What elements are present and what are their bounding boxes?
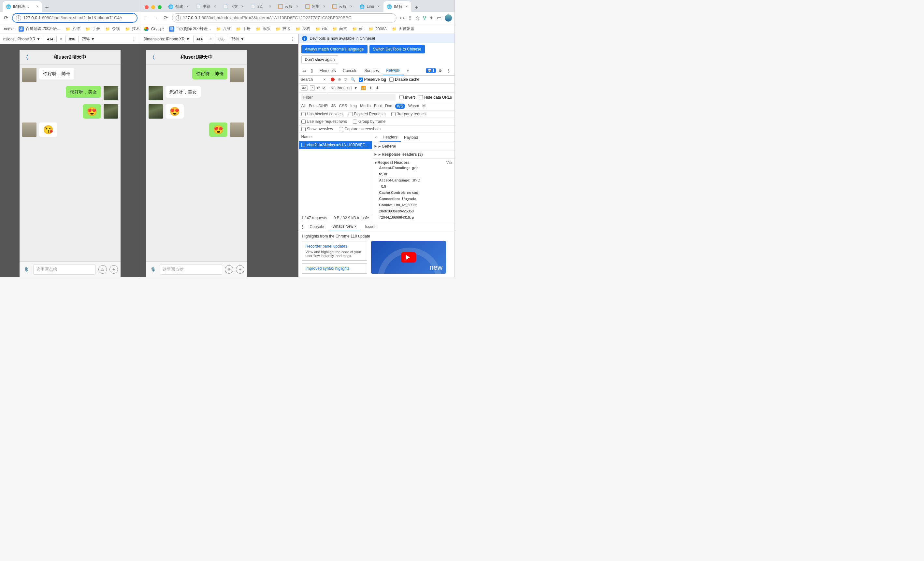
group-by-frame-checkbox[interactable]: Group by frame bbox=[353, 119, 386, 124]
add-icon[interactable]: ＋ bbox=[236, 265, 244, 274]
close-icon[interactable]: × bbox=[241, 4, 243, 9]
video-thumbnail[interactable]: new bbox=[371, 241, 446, 274]
bookmark-folder[interactable]: 技术 bbox=[123, 26, 140, 32]
filter-icon[interactable]: ▽ bbox=[344, 77, 347, 82]
share-icon[interactable]: ⇪ bbox=[408, 15, 412, 21]
vue-devtools-icon[interactable]: V bbox=[423, 15, 426, 21]
browser-tab[interactable]: 创建× bbox=[165, 1, 192, 12]
download-icon[interactable]: ⬇ bbox=[376, 86, 379, 90]
filter-type[interactable]: Img bbox=[350, 104, 357, 109]
more-icon[interactable]: ⋮ bbox=[447, 68, 451, 73]
large-rows-checkbox[interactable]: Use large request rows bbox=[302, 119, 347, 124]
extensions-icon[interactable]: ✦ bbox=[429, 15, 434, 21]
address-bar[interactable]: i 127.0.0.1:8080/chat/index.shtml?id=1&t… bbox=[12, 14, 137, 22]
browser-tab-active[interactable]: IM解× bbox=[384, 1, 411, 12]
switch-language-button[interactable]: Switch DevTools to Chinese bbox=[369, 45, 425, 53]
close-window-icon[interactable] bbox=[145, 5, 148, 9]
filter-type[interactable]: Doc bbox=[385, 104, 392, 109]
zoom-select[interactable]: 75% ▼ bbox=[82, 37, 95, 41]
search-pane[interactable]: Search × bbox=[299, 76, 328, 83]
issues-badge[interactable]: 💬 1 bbox=[426, 68, 436, 73]
filter-type[interactable]: Wasm bbox=[408, 104, 419, 109]
card-title[interactable]: Recorder panel updates bbox=[306, 244, 347, 249]
more-icon[interactable]: ⋮ bbox=[290, 36, 295, 42]
bookmark-folder[interactable]: 杂项 bbox=[103, 26, 122, 32]
view-source-link[interactable]: Vie bbox=[446, 160, 452, 165]
third-party-checkbox[interactable]: 3rd-party request bbox=[391, 112, 426, 116]
close-icon[interactable]: × bbox=[323, 4, 325, 9]
voice-icon[interactable]: 🎙️ bbox=[148, 265, 157, 274]
height-input[interactable] bbox=[215, 36, 228, 42]
play-icon[interactable] bbox=[401, 252, 416, 262]
regex-icon[interactable]: .* bbox=[310, 86, 315, 91]
browser-tab[interactable]: 阿里× bbox=[302, 1, 328, 12]
filter-type-active[interactable]: WS bbox=[395, 104, 405, 109]
list-header[interactable]: Name bbox=[299, 133, 372, 141]
close-icon[interactable]: × bbox=[350, 4, 352, 9]
drawer-tab[interactable]: Issues bbox=[362, 222, 380, 231]
site-info-icon[interactable]: i bbox=[176, 15, 181, 21]
filter-type[interactable]: Media bbox=[360, 104, 371, 109]
message-input[interactable]: 这里写点啥 bbox=[33, 264, 96, 274]
detail-tab-active[interactable]: Headers bbox=[380, 133, 401, 142]
disable-cache-checkbox[interactable]: Disable cache bbox=[389, 77, 419, 82]
bookmark-item[interactable]: 译百度翻译-200种语... bbox=[16, 26, 62, 32]
width-input[interactable] bbox=[44, 36, 57, 42]
card-title[interactable]: Improved syntax higlights bbox=[306, 266, 350, 271]
panel-tab[interactable]: Sources bbox=[362, 66, 382, 75]
search-icon[interactable]: 🔍 bbox=[351, 77, 356, 82]
chat-body[interactable]: 你好呀，帅哥 您好呀，美女 😍 😘 bbox=[20, 64, 120, 261]
news-card[interactable]: Recorder panel updates View and highligh… bbox=[302, 241, 367, 261]
maximize-window-icon[interactable] bbox=[158, 5, 162, 9]
blocked-requests-checkbox[interactable]: Blocked Requests bbox=[349, 112, 386, 116]
bookmark-item[interactable]: 译百度翻译-200种语... bbox=[167, 26, 213, 32]
hide-data-urls-checkbox[interactable]: Hide data URLs bbox=[418, 95, 452, 100]
zoom-select[interactable]: 75% ▼ bbox=[231, 37, 244, 41]
bookmark-folder[interactable]: 八维 bbox=[63, 26, 82, 32]
panel-tab-active[interactable]: Network bbox=[383, 66, 404, 75]
add-icon[interactable]: ＋ bbox=[110, 265, 118, 274]
bookmark-folder[interactable]: 八维 bbox=[214, 26, 232, 32]
filter-type[interactable]: Font bbox=[374, 104, 382, 109]
filter-type[interactable]: M bbox=[422, 104, 426, 109]
bookmark-folder[interactable]: 手册 bbox=[234, 26, 252, 32]
reload-icon[interactable]: ⟳ bbox=[3, 15, 9, 21]
bookmark-folder[interactable]: elk bbox=[314, 26, 329, 32]
drawer-tab-active[interactable]: What's New × bbox=[329, 222, 360, 231]
wifi-icon[interactable]: 📶 bbox=[361, 86, 366, 90]
blocked-cookies-checkbox[interactable]: Has blocked cookies bbox=[302, 112, 343, 116]
close-detail-icon[interactable]: × bbox=[372, 134, 380, 141]
more-tabs-icon[interactable]: » bbox=[404, 68, 411, 73]
address-bar[interactable]: i 127.0.0.1:8080/chat/index.shtml?id=2&t… bbox=[172, 14, 396, 22]
close-icon[interactable]: × bbox=[406, 4, 408, 9]
star-icon[interactable]: ☆ bbox=[416, 15, 420, 21]
minimize-window-icon[interactable] bbox=[151, 5, 155, 9]
reading-list-icon[interactable]: ▭ bbox=[437, 15, 441, 21]
key-icon[interactable]: ⊶ bbox=[400, 15, 405, 21]
refresh-icon[interactable]: ⟳ bbox=[317, 86, 320, 90]
drawer-tab[interactable]: Console bbox=[307, 222, 327, 231]
height-input[interactable] bbox=[66, 36, 78, 42]
back-icon[interactable]: ← bbox=[143, 15, 149, 21]
capture-screenshots-checkbox[interactable]: Capture screenshots bbox=[339, 127, 381, 131]
emoji-icon[interactable]: ☺ bbox=[98, 265, 107, 274]
filter-type[interactable]: JS bbox=[332, 104, 336, 109]
browser-tab[interactable]: 云服× bbox=[275, 1, 302, 12]
browser-tab[interactable]: 《支× bbox=[220, 1, 247, 12]
site-info-icon[interactable]: i bbox=[16, 15, 21, 21]
upload-icon[interactable]: ⬆ bbox=[369, 86, 372, 90]
invert-checkbox[interactable]: Invert bbox=[399, 95, 415, 100]
browser-tab[interactable]: IM解决方案 × bbox=[3, 1, 42, 12]
close-icon[interactable]: × bbox=[377, 4, 380, 9]
dont-show-button[interactable]: Don't show again bbox=[302, 56, 339, 64]
show-overview-checkbox[interactable]: Show overview bbox=[302, 127, 333, 131]
bookmark-folder[interactable]: 2008A bbox=[366, 26, 389, 32]
preserve-log-checkbox[interactable]: Preserve log bbox=[359, 77, 386, 82]
width-input[interactable] bbox=[193, 36, 206, 42]
settings-icon[interactable]: ⚙ bbox=[438, 68, 442, 73]
bookmark-item[interactable]: oogle bbox=[2, 26, 15, 32]
bookmark-folder[interactable]: go bbox=[350, 26, 365, 32]
inspect-icon[interactable]: ▭ bbox=[301, 68, 308, 73]
close-icon[interactable]: × bbox=[186, 4, 189, 9]
request-item-selected[interactable]: chat?id=2&token=A1A110BD6FC... bbox=[299, 141, 372, 149]
